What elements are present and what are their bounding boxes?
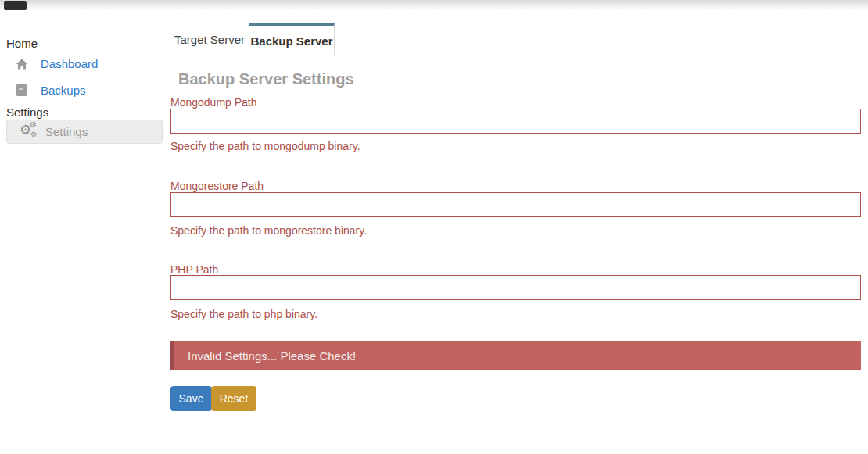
sidebar-item-label: Settings [45,125,88,138]
php-path-help: Specify the path to php binary. [170,308,317,320]
tab-target-server[interactable]: Target Server [170,23,249,55]
sidebar-item-settings[interactable]: ⚙ ⚙ ⚙ Settings [6,120,163,144]
tab-backup-server[interactable]: Backup Server [249,23,335,56]
sidebar-item-dashboard[interactable]: Dashboard [0,56,163,75]
reset-button[interactable]: Reset [211,386,256,411]
mongodump-path-label: Mongodump Path [170,96,257,109]
save-button[interactable]: Save [170,386,212,411]
mongodump-path-help: Specify the path to mongodump binary. [170,140,360,152]
alert-message: Invalid Settings... Please Check! [188,349,356,363]
app-window: Home Dashboard Backups Settings ⚙ ⚙ ⚙ Se… [0,0,868,454]
mongorestore-path-label: Mongorestore Path [170,180,264,192]
sidebar-item-backups[interactable]: Backups [0,83,163,102]
gears-icon: ⚙ ⚙ ⚙ [20,123,40,141]
mongorestore-path-input[interactable] [170,192,861,217]
page-title: Backup Server Settings [178,70,354,88]
drive-icon [16,84,27,96]
php-path-label: PHP Path [170,263,218,276]
sidebar: Home Dashboard Backups Settings ⚙ ⚙ ⚙ Se… [0,0,164,454]
sidebar-item-label: Backups [41,84,86,97]
home-icon [16,58,28,70]
invalid-settings-alert: Invalid Settings... Please Check! [170,341,861,370]
php-path-input[interactable] [170,275,861,300]
sidebar-section-home: Home [6,37,38,50]
sidebar-section-settings: Settings [6,105,48,119]
sidebar-item-label: Dashboard [41,57,98,70]
mongorestore-path-help: Specify the path to mongorestore binary. [170,224,367,237]
mongodump-path-input[interactable] [170,109,861,134]
